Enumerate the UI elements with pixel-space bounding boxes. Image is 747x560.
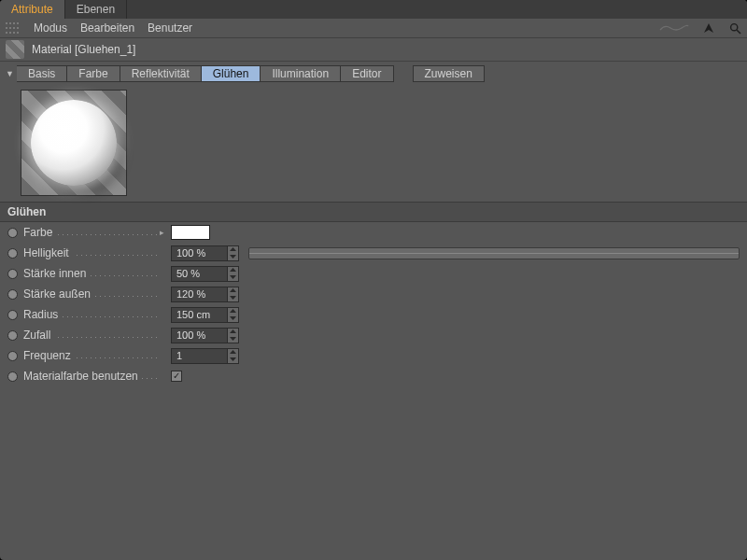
label-radius: Radius: [23, 308, 160, 321]
drag-handle-icon[interactable]: ▸: [160, 228, 165, 237]
row-staerke-aussen: Stärke außen 120 %: [0, 284, 747, 304]
anim-toggle[interactable]: [7, 330, 18, 341]
tab-reflektivitaet[interactable]: Reflektivität: [120, 65, 202, 82]
menu-modus[interactable]: Modus: [34, 21, 67, 35]
checkbox-materialfarbe[interactable]: [171, 371, 182, 382]
anim-toggle[interactable]: [7, 289, 18, 300]
anim-toggle[interactable]: [7, 310, 18, 320]
search-icon[interactable]: [728, 21, 741, 35]
row-helligkeit: Helligkeit 100 %: [0, 243, 747, 263]
material-preview[interactable]: [21, 90, 127, 196]
anim-toggle[interactable]: [7, 371, 18, 382]
input-helligkeit[interactable]: 100 %: [171, 245, 227, 261]
row-farbe: Farbe ▸: [0, 222, 747, 243]
tab-basis[interactable]: Basis: [17, 65, 67, 82]
field-staerke-aussen: 120 %: [171, 287, 239, 302]
channel-tabs: ▼ Basis Farbe Reflektivität Glühen Illum…: [0, 62, 747, 86]
material-title: Material [Gluehen_1]: [32, 43, 135, 56]
tab-farbe[interactable]: Farbe: [67, 65, 120, 82]
row-materialfarbe: Materialfarbe benutzen: [0, 366, 747, 386]
material-type-icon: [6, 40, 24, 59]
tab-editor[interactable]: Editor: [341, 65, 393, 82]
stepper-radius[interactable]: [227, 307, 239, 323]
svg-point-0: [730, 23, 737, 30]
row-radius: Radius 150 cm: [0, 304, 747, 325]
menu-bearbeiten[interactable]: Bearbeiten: [80, 21, 134, 35]
input-frequenz[interactable]: 1: [171, 348, 227, 364]
anim-toggle[interactable]: [7, 248, 18, 259]
field-helligkeit: 100 %: [171, 245, 239, 261]
input-zufall[interactable]: 100 %: [171, 328, 227, 343]
input-staerke-aussen[interactable]: 120 %: [171, 287, 227, 302]
history-curve-icon[interactable]: [659, 23, 689, 33]
label-zufall: Zufall: [23, 329, 160, 342]
disclosure-triangle-icon[interactable]: ▼: [6, 69, 13, 78]
colorwell-farbe[interactable]: [171, 225, 210, 240]
menu-benutzer[interactable]: Benutzer: [148, 21, 192, 35]
label-staerke-aussen: Stärke außen: [23, 287, 160, 301]
stepper-staerke-aussen[interactable]: [227, 287, 239, 302]
field-frequenz: 1: [171, 348, 239, 364]
label-farbe: Farbe: [23, 226, 160, 239]
field-staerke-innen: 50 %: [171, 266, 239, 282]
tab-gluehen[interactable]: Glühen: [202, 65, 261, 82]
svg-line-1: [737, 30, 740, 34]
slider-helligkeit[interactable]: [248, 247, 740, 259]
tab-ebenen[interactable]: Ebenen: [65, 0, 127, 19]
preview-row: [0, 86, 747, 202]
stepper-frequenz[interactable]: [227, 348, 239, 364]
section-heading: Glühen: [0, 202, 747, 222]
navigate-up-icon[interactable]: [702, 21, 715, 35]
stepper-helligkeit[interactable]: [227, 245, 239, 261]
menu-bar: Modus Bearbeiten Benutzer: [0, 19, 747, 38]
row-zufall: Zufall 100 %: [0, 325, 747, 345]
row-staerke-innen: Stärke innen 50 %: [0, 263, 747, 284]
row-frequenz: Frequenz 1: [0, 345, 747, 366]
label-materialfarbe: Materialfarbe benutzen: [23, 370, 160, 383]
stepper-staerke-innen[interactable]: [227, 266, 239, 282]
tab-attribute[interactable]: Attribute: [0, 0, 65, 19]
stepper-zufall[interactable]: [227, 328, 239, 343]
label-frequenz: Frequenz: [23, 349, 160, 362]
input-radius[interactable]: 150 cm: [171, 307, 227, 323]
label-helligkeit: Helligkeit: [23, 246, 160, 259]
anim-toggle[interactable]: [7, 351, 18, 361]
tab-zuweisen[interactable]: Zuweisen: [413, 65, 485, 82]
attribute-manager: Attribute Ebenen Modus Bearbeiten Benutz…: [0, 0, 747, 560]
preview-sphere: [31, 100, 117, 186]
input-staerke-innen[interactable]: 50 %: [171, 266, 227, 282]
label-staerke-innen: Stärke innen: [23, 267, 160, 280]
field-zufall: 100 %: [171, 328, 239, 343]
material-header: Material [Gluehen_1]: [0, 38, 747, 62]
tab-illumination[interactable]: Illumination: [261, 65, 341, 82]
anim-toggle[interactable]: [7, 269, 18, 279]
anim-toggle[interactable]: [7, 228, 18, 238]
drag-handle-icon[interactable]: [6, 22, 19, 34]
field-radius: 150 cm: [171, 307, 239, 323]
window-tabs: Attribute Ebenen: [0, 0, 747, 19]
